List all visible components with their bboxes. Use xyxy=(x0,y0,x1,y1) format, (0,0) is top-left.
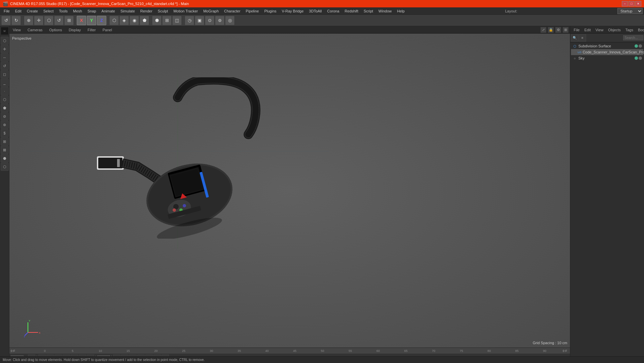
render-button[interactable]: ⊞ xyxy=(162,16,172,25)
menu-motiontracker[interactable]: Motion Tracker xyxy=(171,8,200,14)
vp-tab-cameras[interactable]: Cameras xyxy=(26,27,45,33)
menu-window[interactable]: Window xyxy=(376,8,394,14)
object-search-input[interactable] xyxy=(623,35,643,40)
menu-snap[interactable]: Snap xyxy=(85,8,99,14)
vp-tab-panel[interactable]: Panel xyxy=(101,27,114,33)
vp-tab-view[interactable]: View xyxy=(11,27,23,33)
obj-dot-sds-view[interactable] xyxy=(635,44,638,48)
rotate-button[interactable]: ↺ xyxy=(54,16,64,25)
menu-render[interactable]: Render xyxy=(138,8,155,14)
tool-mirror[interactable]: ⊞ xyxy=(1,137,9,146)
grid-button[interactable]: ▣ xyxy=(195,16,204,25)
tool-rotate[interactable]: ↺ xyxy=(1,62,9,70)
vp-settings-button[interactable]: ⚙ xyxy=(555,27,561,33)
tl-num-0: 0 xyxy=(31,349,59,353)
vp-tab-options[interactable]: Options xyxy=(47,27,64,33)
view-front-button[interactable]: ⬡ xyxy=(109,16,119,25)
obj-tb-layer[interactable]: ≡ xyxy=(579,34,586,42)
obj-tab-view[interactable]: View xyxy=(594,27,606,33)
obj-tab-edit[interactable]: Edit xyxy=(582,27,593,33)
layout-selector[interactable]: Startup Standard xyxy=(617,8,643,14)
vp-fullscreen-button[interactable]: ⤢ xyxy=(540,27,546,33)
view-side-button[interactable]: ◈ xyxy=(119,16,129,25)
viewport[interactable]: Perspective Grid Spacing : 10 cm xyxy=(9,34,570,348)
obj-icon-scanner: LO xyxy=(578,50,581,54)
tool-smooth[interactable]: $ xyxy=(1,129,9,137)
tl-num-25: 25 xyxy=(170,349,198,353)
floor-button[interactable]: ⊙ xyxy=(205,16,214,25)
tool-paint[interactable]: ⬡ xyxy=(1,163,9,171)
close-button[interactable]: ✕ xyxy=(635,1,641,6)
menu-file[interactable]: File xyxy=(1,8,12,14)
tl-num-50: 50 xyxy=(309,349,336,353)
obj-tab-file[interactable]: File xyxy=(572,27,582,33)
object-manager-toolbar: 🔍 ≡ xyxy=(570,34,644,42)
vp-tab-display[interactable]: Display xyxy=(67,27,83,33)
tool-edge[interactable]: ⎯ xyxy=(1,79,9,87)
view-persp-button[interactable]: ⬟ xyxy=(140,16,149,25)
snap-button[interactable]: ◷ xyxy=(185,16,194,25)
menu-character[interactable]: Character xyxy=(222,8,243,14)
transform-button[interactable]: ⊞ xyxy=(64,16,74,25)
menu-script[interactable]: Script xyxy=(361,8,375,14)
obj-item-subdivision[interactable]: ⬡ Subdivision Surface xyxy=(571,43,643,49)
minimize-button[interactable]: − xyxy=(622,1,628,6)
menu-mograph[interactable]: MoGraph xyxy=(201,8,221,14)
title-bar-controls[interactable]: − □ ✕ xyxy=(622,1,641,6)
menu-3dtoall[interactable]: 3DToAll xyxy=(307,8,324,14)
menu-create[interactable]: Create xyxy=(25,8,40,14)
scale-button[interactable]: ⬡ xyxy=(44,16,53,25)
y-axis-button[interactable]: Y xyxy=(87,16,96,25)
tool-scale[interactable]: ↔ xyxy=(1,53,9,62)
menu-corona[interactable]: Corona xyxy=(325,8,342,14)
maximize-button[interactable]: □ xyxy=(629,1,635,6)
obj-item-sky[interactable]: ○ Sky xyxy=(571,55,643,61)
tool-select[interactable]: ⬡ xyxy=(1,37,9,45)
live-select-button[interactable]: ⊕ xyxy=(24,16,33,25)
menu-mesh[interactable]: Mesh xyxy=(71,8,84,14)
z-axis-button[interactable]: Z xyxy=(97,16,106,25)
vp-split-button[interactable]: ⊞ xyxy=(563,27,569,33)
obj-dot-sky-render[interactable] xyxy=(639,56,642,60)
tool-sds[interactable]: ⬡ xyxy=(1,95,9,104)
menu-edit[interactable]: Edit xyxy=(13,8,24,14)
render-settings-button[interactable]: ◫ xyxy=(172,16,182,25)
layout-label: Layout: xyxy=(505,9,519,13)
obj-dot-sky-view[interactable] xyxy=(635,56,638,60)
menu-help[interactable]: Help xyxy=(395,8,407,14)
move-button[interactable]: ✛ xyxy=(34,16,43,25)
x-axis-button[interactable]: X xyxy=(77,16,86,25)
menu-simulate[interactable]: Simulate xyxy=(118,8,137,14)
view-top-button[interactable]: ◉ xyxy=(130,16,139,25)
tool-move[interactable]: ✛ xyxy=(1,45,9,53)
menu-vray[interactable]: V-Ray Bridge xyxy=(280,8,306,14)
tool-knife[interactable]: ⊘ xyxy=(1,112,9,120)
tl-num-80: 80 xyxy=(475,349,503,353)
tool-ngon[interactable]: ⬟ xyxy=(1,104,9,112)
obj-tb-search[interactable]: 🔍 xyxy=(571,34,578,42)
menu-redshift[interactable]: Redshift xyxy=(342,8,360,14)
obj-dot-sds-render[interactable] xyxy=(639,44,642,48)
vp-tab-filter[interactable]: Filter xyxy=(85,27,98,33)
tool-point[interactable]: · xyxy=(1,87,9,95)
obj-tab-objects[interactable]: Objects xyxy=(606,27,622,33)
obj-tab-bookmarks[interactable]: Bookmarks xyxy=(636,27,644,33)
menu-animate[interactable]: Animate xyxy=(99,8,117,14)
undo-button[interactable]: ↺ xyxy=(1,16,11,25)
obj-tab-tags[interactable]: Tags xyxy=(623,27,635,33)
tool-uv[interactable]: ⬣ xyxy=(1,154,9,162)
obj-item-scanner[interactable]: LO Code_Scanner_Innova_CarScan_Pro_5210 xyxy=(571,49,643,55)
render-view-button[interactable]: ⬢ xyxy=(152,16,162,25)
menu-plugins[interactable]: Plugins xyxy=(262,8,279,14)
tool-magnet[interactable]: ⊛ xyxy=(1,121,9,129)
vp-lock-button[interactable]: 🔒 xyxy=(548,27,554,33)
light-button[interactable]: ⊚ xyxy=(215,16,224,25)
menu-tools[interactable]: Tools xyxy=(57,8,70,14)
menu-pipeline[interactable]: Pipeline xyxy=(243,8,261,14)
redo-button[interactable]: ↻ xyxy=(11,16,21,25)
tool-sym[interactable]: ⊠ xyxy=(1,146,9,154)
menu-select[interactable]: Select xyxy=(41,8,56,14)
menu-sculpt[interactable]: Sculpt xyxy=(155,8,171,14)
tool-poly[interactable]: ◻ xyxy=(1,70,9,78)
camera-button[interactable]: ◎ xyxy=(225,16,235,25)
